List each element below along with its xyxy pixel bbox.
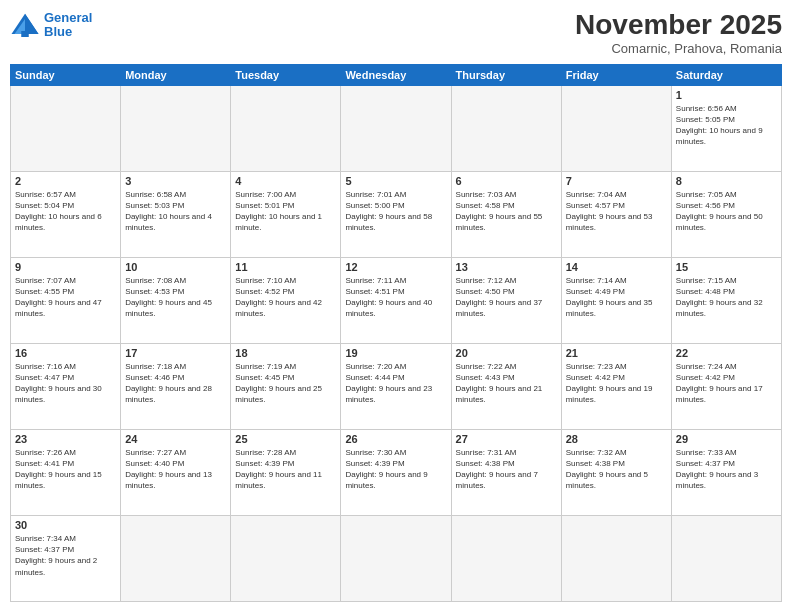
logo-general: General [44, 10, 92, 25]
day-16: 16 Sunrise: 7:16 AMSunset: 4:47 PMDaylig… [11, 343, 121, 429]
week-row-2: 2 Sunrise: 6:57 AMSunset: 5:04 PMDayligh… [11, 171, 782, 257]
month-title: November 2025 [575, 10, 782, 41]
day-6: 6 Sunrise: 7:03 AMSunset: 4:58 PMDayligh… [451, 171, 561, 257]
empty-cell [231, 85, 341, 171]
day-18: 18 Sunrise: 7:19 AMSunset: 4:45 PMDaylig… [231, 343, 341, 429]
day-8: 8 Sunrise: 7:05 AMSunset: 4:56 PMDayligh… [671, 171, 781, 257]
logo-blue: Blue [44, 24, 72, 39]
week-row-4: 16 Sunrise: 7:16 AMSunset: 4:47 PMDaylig… [11, 343, 782, 429]
day-15: 15 Sunrise: 7:15 AMSunset: 4:48 PMDaylig… [671, 257, 781, 343]
day-21: 21 Sunrise: 7:23 AMSunset: 4:42 PMDaylig… [561, 343, 671, 429]
day-1: 1 Sunrise: 6:56 AM Sunset: 5:05 PM Dayli… [671, 85, 781, 171]
day-2: 2 Sunrise: 6:57 AMSunset: 5:04 PMDayligh… [11, 171, 121, 257]
day-19: 19 Sunrise: 7:20 AMSunset: 4:44 PMDaylig… [341, 343, 451, 429]
day-4: 4 Sunrise: 7:00 AMSunset: 5:01 PMDayligh… [231, 171, 341, 257]
empty-cell [561, 85, 671, 171]
day-22: 22 Sunrise: 7:24 AMSunset: 4:42 PMDaylig… [671, 343, 781, 429]
week-row-5: 23 Sunrise: 7:26 AMSunset: 4:41 PMDaylig… [11, 429, 782, 515]
svg-marker-2 [25, 14, 39, 34]
empty-cell [121, 85, 231, 171]
day-11: 11 Sunrise: 7:10 AMSunset: 4:52 PMDaylig… [231, 257, 341, 343]
week-row-6: 30 Sunrise: 7:34 AMSunset: 4:37 PMDaylig… [11, 515, 782, 601]
col-wednesday: Wednesday [341, 64, 451, 85]
day-info-2: Sunrise: 6:57 AMSunset: 5:04 PMDaylight:… [15, 189, 116, 234]
day-3: 3 Sunrise: 6:58 AMSunset: 5:03 PMDayligh… [121, 171, 231, 257]
empty-cell [231, 515, 341, 601]
day-10: 10 Sunrise: 7:08 AMSunset: 4:53 PMDaylig… [121, 257, 231, 343]
day-13: 13 Sunrise: 7:12 AMSunset: 4:50 PMDaylig… [451, 257, 561, 343]
title-block: November 2025 Comarnic, Prahova, Romania [575, 10, 782, 56]
day-number-2: 2 [15, 175, 116, 187]
day-17: 17 Sunrise: 7:18 AMSunset: 4:46 PMDaylig… [121, 343, 231, 429]
header: General Blue November 2025 Comarnic, Pra… [10, 10, 782, 56]
week-row-1: 1 Sunrise: 6:56 AM Sunset: 5:05 PM Dayli… [11, 85, 782, 171]
day-info-1: Sunrise: 6:56 AM Sunset: 5:05 PM Dayligh… [676, 103, 777, 148]
day-24: 24 Sunrise: 7:27 AMSunset: 4:40 PMDaylig… [121, 429, 231, 515]
col-thursday: Thursday [451, 64, 561, 85]
svg-rect-3 [21, 31, 29, 37]
calendar-table: Sunday Monday Tuesday Wednesday Thursday… [10, 64, 782, 602]
empty-cell [671, 515, 781, 601]
day-26: 26 Sunrise: 7:30 AMSunset: 4:39 PMDaylig… [341, 429, 451, 515]
empty-cell [121, 515, 231, 601]
day-12: 12 Sunrise: 7:11 AMSunset: 4:51 PMDaylig… [341, 257, 451, 343]
day-23: 23 Sunrise: 7:26 AMSunset: 4:41 PMDaylig… [11, 429, 121, 515]
day-7: 7 Sunrise: 7:04 AMSunset: 4:57 PMDayligh… [561, 171, 671, 257]
day-28: 28 Sunrise: 7:32 AMSunset: 4:38 PMDaylig… [561, 429, 671, 515]
day-14: 14 Sunrise: 7:14 AMSunset: 4:49 PMDaylig… [561, 257, 671, 343]
page: General Blue November 2025 Comarnic, Pra… [0, 0, 792, 612]
col-friday: Friday [561, 64, 671, 85]
day-27: 27 Sunrise: 7:31 AMSunset: 4:38 PMDaylig… [451, 429, 561, 515]
empty-cell [451, 85, 561, 171]
weekday-row: Sunday Monday Tuesday Wednesday Thursday… [11, 64, 782, 85]
col-saturday: Saturday [671, 64, 781, 85]
day-29: 29 Sunrise: 7:33 AMSunset: 4:37 PMDaylig… [671, 429, 781, 515]
location-subtitle: Comarnic, Prahova, Romania [575, 41, 782, 56]
week-row-3: 9 Sunrise: 7:07 AMSunset: 4:55 PMDayligh… [11, 257, 782, 343]
col-monday: Monday [121, 64, 231, 85]
day-25: 25 Sunrise: 7:28 AMSunset: 4:39 PMDaylig… [231, 429, 341, 515]
logo-text: General Blue [44, 11, 92, 40]
day-number-1: 1 [676, 89, 777, 101]
day-30: 30 Sunrise: 7:34 AMSunset: 4:37 PMDaylig… [11, 515, 121, 601]
logo-icon [10, 10, 40, 40]
logo: General Blue [10, 10, 92, 40]
calendar-body: 1 Sunrise: 6:56 AM Sunset: 5:05 PM Dayli… [11, 85, 782, 601]
calendar-header: Sunday Monday Tuesday Wednesday Thursday… [11, 64, 782, 85]
day-5: 5 Sunrise: 7:01 AMSunset: 5:00 PMDayligh… [341, 171, 451, 257]
empty-cell [341, 515, 451, 601]
empty-cell [561, 515, 671, 601]
day-20: 20 Sunrise: 7:22 AMSunset: 4:43 PMDaylig… [451, 343, 561, 429]
col-tuesday: Tuesday [231, 64, 341, 85]
col-sunday: Sunday [11, 64, 121, 85]
empty-cell [11, 85, 121, 171]
day-9: 9 Sunrise: 7:07 AMSunset: 4:55 PMDayligh… [11, 257, 121, 343]
empty-cell [341, 85, 451, 171]
empty-cell [451, 515, 561, 601]
